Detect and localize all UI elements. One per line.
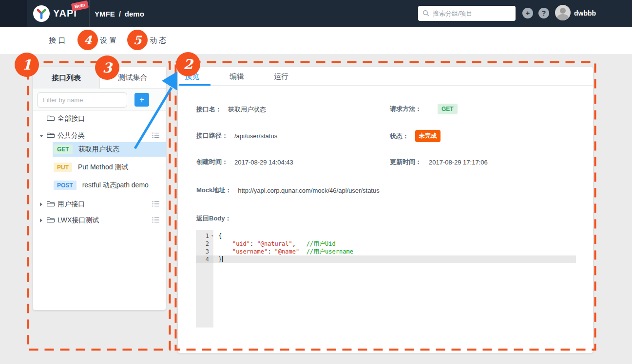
field-label: 创建时间： (196, 158, 228, 166)
yapi-logo-icon (33, 5, 50, 22)
caret-right-icon[interactable] (40, 218, 42, 222)
breadcrumb-separator: / (119, 10, 121, 18)
global-search (418, 6, 516, 21)
method-badge-put: PUT (54, 163, 72, 172)
tree-node-label: 公共分类 (57, 131, 85, 140)
tree-node-all-interfaces[interactable]: 全部接口 (33, 111, 166, 127)
code-line-active: } (213, 255, 576, 263)
method-badge-get: GET (438, 104, 458, 114)
code-line: "uid": "@natural", //用户Uid (213, 240, 576, 248)
tab-edit[interactable]: 编辑 (230, 67, 244, 86)
tab-test-collection[interactable]: 测试集合 (99, 67, 166, 89)
field-label: 请求方法： (390, 105, 421, 113)
api-item-label: Put Method 测试 (78, 163, 129, 172)
breadcrumb-project[interactable]: demo (125, 10, 144, 18)
add-project-button[interactable]: + (522, 8, 533, 18)
folder-icon (47, 200, 55, 209)
tree-node-user-api[interactable]: 用户接口 (33, 197, 166, 212)
field-status: 状态： 未完成 (390, 130, 440, 142)
tree-node-label: 用户接口 (57, 200, 85, 209)
subnav-item-settings[interactable]: 设 置 (100, 27, 116, 54)
beta-badge: Beta (71, 0, 89, 12)
subnav-item-activity[interactable]: 动 态 (150, 27, 166, 54)
status-badge: 未完成 (415, 130, 440, 142)
return-body-editor[interactable]: 1▾ 2 3 4 { "uid": "@natural", //用户Uid "u… (196, 230, 576, 328)
line-number: 2 (196, 240, 213, 248)
username[interactable]: dwbbb (574, 9, 596, 17)
detail-tabbar: 预览 编辑 运行 (178, 67, 593, 86)
project-subnav: 接 口 设 置 动 态 (0, 27, 632, 54)
caret-down-icon[interactable] (39, 135, 43, 137)
sidebar-tabs: 接口列表 测试集合 (33, 67, 166, 89)
field-request-method: 请求方法： GET (390, 104, 458, 114)
field-updated-time: 更新时间： 2017-08-29 17:17:06 (390, 158, 488, 166)
method-badge-get: GET (54, 145, 73, 154)
tab-preview[interactable]: 预览 (185, 67, 199, 86)
field-value: 获取用户状态 (228, 105, 266, 114)
category-menu-icon[interactable] (152, 200, 160, 208)
tab-run[interactable]: 运行 (274, 67, 288, 86)
method-badge-post: POST (54, 181, 77, 190)
api-item-get-user-status[interactable]: GET 获取用户状态 (53, 142, 166, 157)
field-label: 状态： (390, 132, 409, 141)
api-item-restful-path-demo[interactable]: POST restful 动态path demo (53, 178, 166, 193)
category-menu-icon[interactable] (152, 217, 160, 224)
subnav-item-interface[interactable]: 接 口 (49, 27, 65, 54)
line-number: 4 (196, 255, 213, 263)
line-number: 3 (196, 248, 213, 255)
user-avatar[interactable] (555, 5, 571, 20)
api-item-put-method-test[interactable]: PUT Put Method 测试 (53, 160, 166, 175)
editor-code[interactable]: { "uid": "@natural", //用户Uid "username":… (213, 230, 576, 263)
category-menu-icon[interactable] (152, 132, 160, 140)
folder-open-icon (47, 132, 55, 140)
tab-interface-list[interactable]: 接口列表 (33, 67, 99, 89)
editor-gutter: 1▾ 2 3 4 (196, 230, 213, 328)
api-item-label: restful 动态path demo (82, 181, 149, 190)
code-line: { (213, 232, 576, 240)
breadcrumb-group[interactable]: YMFE (95, 10, 115, 18)
field-value: 2017-08-29 14:04:43 (234, 159, 293, 166)
filter-input[interactable] (37, 92, 127, 108)
field-label: 接口路径： (196, 131, 228, 140)
tree-node-label: 全部接口 (57, 114, 85, 123)
tree-node-public-category[interactable]: 公共分类 (33, 128, 166, 144)
add-interface-button[interactable]: + (134, 93, 149, 107)
search-input[interactable] (418, 6, 516, 21)
filter-row: + (33, 89, 166, 111)
field-label: 更新时间： (390, 158, 421, 166)
yapi-app: YAPI Beta YMFE / demo + ? dwbbb 接 口 设 置 … (0, 0, 632, 364)
help-button[interactable]: ? (538, 8, 549, 18)
field-label: 接口名： (196, 105, 222, 114)
tree-node-lwx-test[interactable]: LWX接口测试 (33, 213, 166, 228)
text-cursor (222, 256, 223, 262)
field-interface-path: 接口路径： /api/user/status (196, 131, 277, 140)
api-item-label: 获取用户状态 (78, 145, 119, 154)
active-tab-indicator (179, 84, 211, 86)
field-interface-name: 接口名： 获取用户状态 (196, 105, 266, 114)
tree-node-label: LWX接口测试 (57, 216, 99, 225)
field-label: 返回Body： (196, 214, 231, 223)
code-line: "username": "@name" //用户username (213, 248, 576, 255)
field-created-time: 创建时间： 2017-08-29 14:04:43 (196, 158, 293, 166)
folder-icon (47, 217, 55, 225)
field-value: /api/user/status (234, 132, 277, 140)
caret-right-icon[interactable] (40, 202, 42, 206)
interface-sidebar: 接口列表 测试集合 + 全部接口 公共分类 GET 获取用户状态 (33, 67, 166, 310)
field-label: Mock地址： (196, 186, 231, 195)
line-number: 1▾ (196, 232, 213, 240)
logo-area[interactable]: YAPI Beta (28, 0, 90, 27)
field-value: 2017-08-29 17:17:06 (429, 159, 488, 166)
field-return-body: 返回Body： (196, 214, 231, 223)
mock-url[interactable]: http://yapi.corp.qunar.com/mock/46/api/u… (238, 187, 379, 194)
interface-detail-panel: 预览 编辑 运行 接口名： 获取用户状态 请求方法： GET 接口路径： /ap… (178, 67, 593, 353)
top-navbar: YAPI Beta YMFE / demo + ? dwbbb (0, 0, 632, 27)
field-mock-url: Mock地址： http://yapi.corp.qunar.com/mock/… (196, 186, 380, 195)
navbar-left-block (0, 0, 27, 27)
breadcrumb: YMFE / demo (95, 0, 144, 27)
folder-icon (47, 115, 55, 123)
